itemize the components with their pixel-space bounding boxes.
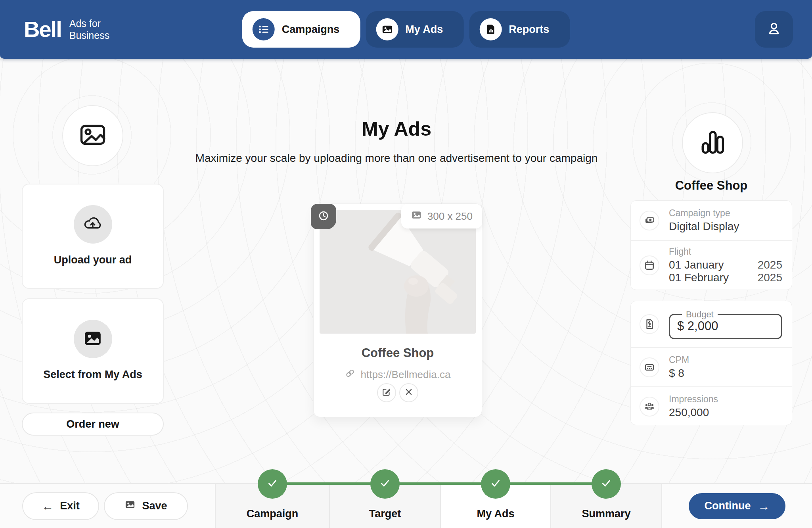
invoice-icon (640, 314, 659, 334)
brand-tagline-line1: Ads for (69, 17, 109, 29)
arrow-right-icon (758, 499, 770, 513)
nav-tabs: Campaigns My Ads (242, 11, 570, 48)
upload-circle (74, 205, 112, 244)
image-icon (376, 18, 398, 40)
step-summary-label: Summary (551, 508, 661, 520)
tab-my-ads[interactable]: My Ads (366, 11, 463, 48)
bullet-list-icon (253, 18, 275, 40)
image-icon (83, 328, 103, 350)
summary-card-budget: Budget $ 2,000 CPM $ 8 (630, 301, 792, 425)
cloud-upload-icon (82, 213, 103, 236)
flight-end-date: 01 February (669, 271, 729, 284)
step-target[interactable]: Target (329, 484, 440, 528)
stepper-connector (272, 482, 606, 485)
check-icon (265, 476, 280, 492)
step-summary-check[interactable] (592, 469, 621, 499)
campaign-type-label: Campaign type (669, 208, 782, 219)
billboard-icon (640, 357, 659, 377)
person-icon (765, 20, 783, 39)
flight-end-year: 2025 (758, 271, 782, 284)
impressions-value: 250,000 (669, 406, 782, 419)
calendar-icon (640, 255, 659, 275)
step-my-ads-check[interactable] (481, 469, 510, 499)
account-button[interactable] (755, 11, 793, 48)
check-icon (488, 476, 503, 492)
link-icon (345, 368, 355, 381)
step-campaign-label: Campaign (216, 508, 329, 520)
impressions-row: Impressions 250,000 (631, 386, 792, 425)
brand-tagline: Ads for Business (69, 17, 109, 41)
step-my-ads[interactable]: My Ads (440, 484, 550, 528)
flight-label: Flight (669, 246, 782, 257)
close-icon (404, 388, 413, 398)
step-target-check[interactable] (370, 469, 400, 499)
ad-name: Coffee Shop (314, 346, 482, 360)
bell-logo[interactable]: Bell Ads for Business (24, 13, 109, 45)
select-from-my-ads-card[interactable]: Select from My Ads (22, 298, 164, 404)
audience-icon (640, 397, 659, 417)
campaign-type-value: Digital Display (669, 220, 782, 233)
ad-size-tag: 300 x 250 (401, 204, 482, 228)
tab-my-ads-label: My Ads (405, 23, 443, 36)
step-campaign[interactable]: Campaign (215, 484, 329, 528)
exit-label: Exit (60, 500, 80, 512)
app-window: Bell Ads for Business (0, 0, 812, 528)
budget-row: Budget $ 2,000 (631, 301, 792, 347)
check-icon (599, 476, 613, 492)
ad-pending-badge (311, 204, 336, 229)
tab-campaigns-label: Campaigns (282, 23, 340, 36)
step-my-ads-label: My Ads (441, 508, 550, 520)
tab-reports-label: Reports (509, 23, 549, 36)
budget-label: Budget (682, 309, 718, 320)
flight-start-line: 01 January 2025 (669, 259, 782, 271)
edit-icon (382, 387, 391, 398)
image-icon (411, 209, 422, 223)
order-new-label: Order new (66, 418, 119, 430)
step-target-label: Target (330, 508, 440, 520)
footer-bar: Exit Save Campaign (0, 483, 812, 528)
campaign-type-row: Campaign type Digital Display (631, 201, 792, 240)
ad-actions (314, 383, 482, 402)
cpm-row: CPM $ 8 (631, 347, 792, 386)
continue-button[interactable]: Continue (689, 493, 785, 519)
remove-ad-button[interactable] (399, 383, 418, 402)
ad-url-row: https://Bellmedia.ca (314, 368, 482, 381)
summary-card-campaign: Campaign type Digital Display Flight 01 … (630, 200, 792, 290)
top-navbar: Bell Ads for Business (0, 0, 812, 59)
save-button[interactable]: Save (104, 492, 188, 520)
clock-icon (318, 210, 329, 223)
flight-end-line: 01 February 2025 (669, 271, 782, 284)
budget-value: $ 2,000 (677, 319, 781, 333)
tab-reports[interactable]: Reports (469, 11, 570, 48)
ad-card: 300 x 250 Coffee Shop https://Bellmedia.… (313, 204, 482, 417)
budget-input[interactable]: Budget $ 2,000 (669, 309, 782, 339)
summary-campaign-name: Coffee Shop (630, 179, 792, 193)
step-summary[interactable]: Summary (550, 484, 661, 528)
exit-button[interactable]: Exit (22, 492, 99, 520)
tab-campaigns[interactable]: Campaigns (242, 11, 360, 48)
order-new-button[interactable]: Order new (22, 413, 164, 436)
page-title: My Ads (0, 117, 793, 140)
image-icon (124, 499, 136, 513)
select-circle (74, 320, 112, 358)
cpm-value: $ 8 (669, 367, 782, 380)
impressions-label: Impressions (669, 394, 782, 405)
cpm-label: CPM (669, 355, 782, 365)
upload-ad-label: Upload your ad (23, 254, 163, 266)
brand-tagline-line2: Business (69, 29, 109, 41)
arrow-left-icon (42, 499, 54, 513)
report-doc-icon (479, 18, 502, 40)
flight-start-year: 2025 (758, 259, 782, 271)
check-icon (378, 476, 392, 492)
footer-actions: Exit Save (0, 484, 215, 528)
footer-continue-section: Continue (661, 484, 812, 528)
step-campaign-check[interactable] (258, 469, 287, 499)
edit-ad-button[interactable] (377, 383, 396, 402)
upload-ad-card[interactable]: Upload your ad (22, 184, 164, 289)
bell-logo-text: Bell (24, 13, 61, 45)
save-label: Save (142, 500, 167, 512)
continue-label: Continue (705, 500, 751, 512)
flight-row: Flight 01 January 2025 01 February 2025 (631, 240, 792, 290)
ad-size-label: 300 x 250 (427, 210, 473, 223)
page-subtitle: Maximize your scale by uploading more th… (0, 152, 793, 165)
